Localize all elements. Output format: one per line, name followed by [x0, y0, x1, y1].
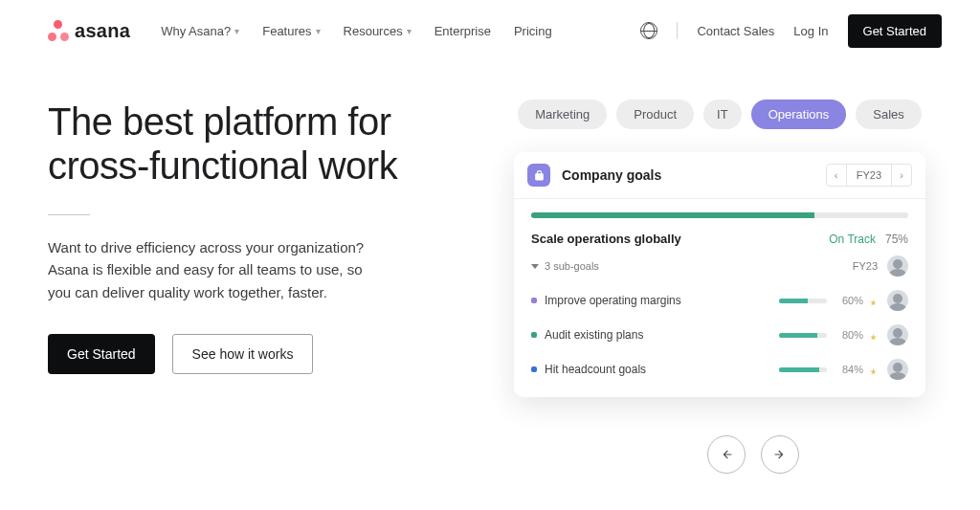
- goal-color-dot: [531, 298, 537, 303]
- nav-label: Enterprise: [434, 24, 491, 38]
- hero-desc: Want to drive efficiency across your org…: [48, 236, 373, 303]
- main-goal-name: Scale operations globally: [531, 232, 681, 246]
- carousel-next[interactable]: [761, 435, 799, 474]
- card-header: Company goals ‹ FY23 ›: [514, 152, 925, 199]
- nav-why-asana[interactable]: Why Asana? ▾: [161, 24, 239, 38]
- see-how-it-works-button[interactable]: See how it works: [172, 334, 314, 374]
- card-body: Scale operations globally On Track 75% 3…: [514, 199, 925, 397]
- demo-stage: Marketing Product IT Operations Sales Co…: [498, 100, 942, 474]
- sub-goal-list: Improve operating margins60%Audit existi…: [531, 290, 908, 380]
- avatar[interactable]: [887, 290, 908, 311]
- main-goal-row[interactable]: Scale operations globally On Track 75%: [531, 232, 908, 246]
- nav-right: Contact Sales Log In Get Started: [640, 14, 942, 48]
- sub-goal-pct: 84%: [835, 364, 863, 375]
- top-nav: asana Why Asana? ▾ Features ▾ Resources …: [0, 0, 980, 52]
- sub-goal-pct: 60%: [835, 295, 863, 306]
- tab-it[interactable]: IT: [703, 100, 742, 129]
- sub-goals-period: FY23: [853, 260, 878, 272]
- cta-row: Get Started See how it works: [48, 334, 459, 374]
- progress-track: [531, 212, 908, 218]
- chevron-down-icon: ▾: [316, 26, 321, 36]
- carousel-controls: [707, 435, 799, 474]
- status-text: On Track: [829, 233, 876, 246]
- tab-marketing[interactable]: Marketing: [518, 100, 607, 129]
- nav-enterprise[interactable]: Enterprise: [434, 24, 491, 38]
- divider: [48, 214, 90, 215]
- nav-label: Resources: [344, 24, 403, 38]
- period-label[interactable]: FY23: [846, 165, 892, 186]
- goals-card: Company goals ‹ FY23 › Scale operations …: [514, 152, 925, 397]
- chevron-down-icon: ▾: [234, 26, 239, 36]
- nav-resources[interactable]: Resources ▾: [344, 24, 412, 38]
- tab-sales[interactable]: Sales: [856, 100, 922, 129]
- avatar[interactable]: [887, 359, 908, 380]
- contact-sales-link[interactable]: Contact Sales: [697, 24, 774, 38]
- hero-title: The best platform for cross-functional w…: [48, 100, 459, 188]
- goal-color-dot: [531, 332, 537, 338]
- globe-icon[interactable]: [640, 22, 657, 39]
- sub-goal-bar: [779, 367, 827, 372]
- hero-get-started-button[interactable]: Get Started: [48, 334, 155, 374]
- audience-tabs: Marketing Product IT Operations Sales: [518, 100, 922, 129]
- sub-goal-name: Audit existing plans: [545, 328, 779, 342]
- period-picker: ‹ FY23 ›: [826, 164, 912, 187]
- spark-icon: [869, 366, 878, 374]
- avatar[interactable]: [887, 324, 908, 345]
- brand-name: asana: [75, 20, 130, 42]
- primary-nav: Why Asana? ▾ Features ▾ Resources ▾ Ente…: [161, 24, 551, 38]
- sub-goal-pct: 80%: [835, 329, 863, 341]
- goal-color-dot: [531, 366, 537, 372]
- sub-goals-header[interactable]: 3 sub-goals FY23: [531, 255, 908, 277]
- goals-icon: [527, 164, 550, 187]
- get-started-button[interactable]: Get Started: [848, 14, 942, 48]
- separator: [677, 22, 678, 39]
- collapse-icon: [531, 264, 539, 269]
- spark-icon: [869, 297, 878, 305]
- login-link[interactable]: Log In: [793, 24, 828, 38]
- card-title: Company goals: [562, 167, 661, 183]
- sub-goal-name: Hit headcount goals: [545, 363, 779, 376]
- sub-goal-row[interactable]: Hit headcount goals84%: [531, 359, 908, 380]
- sub-goals-count: 3 sub-goals: [545, 260, 599, 272]
- period-prev[interactable]: ‹: [827, 165, 846, 186]
- sub-goal-name: Improve operating margins: [545, 294, 779, 307]
- tab-product[interactable]: Product: [616, 100, 694, 129]
- sub-goal-bar: [779, 333, 827, 338]
- asana-icon: [48, 20, 69, 41]
- nav-pricing[interactable]: Pricing: [514, 24, 552, 38]
- sub-goal-row[interactable]: Improve operating margins60%: [531, 290, 908, 311]
- nav-label: Why Asana?: [161, 24, 231, 38]
- nav-label: Pricing: [514, 24, 552, 38]
- brand-logo[interactable]: asana: [48, 20, 130, 42]
- main-goal-status: On Track: [823, 233, 876, 246]
- spark-icon: [869, 331, 878, 340]
- main-goal-pct: 75%: [885, 233, 908, 246]
- sub-goal-row[interactable]: Audit existing plans80%: [531, 324, 908, 345]
- avatar[interactable]: [887, 255, 908, 277]
- period-next[interactable]: ›: [892, 165, 911, 186]
- sub-goal-bar: [779, 299, 827, 303]
- tab-operations[interactable]: Operations: [751, 100, 847, 129]
- nav-features[interactable]: Features ▾: [262, 24, 320, 38]
- carousel-prev[interactable]: [707, 435, 746, 474]
- nav-label: Features: [262, 24, 311, 38]
- progress-fill: [531, 212, 814, 218]
- hero: The best platform for cross-functional w…: [0, 52, 980, 474]
- hero-copy: The best platform for cross-functional w…: [48, 100, 459, 474]
- chevron-down-icon: ▾: [407, 26, 412, 36]
